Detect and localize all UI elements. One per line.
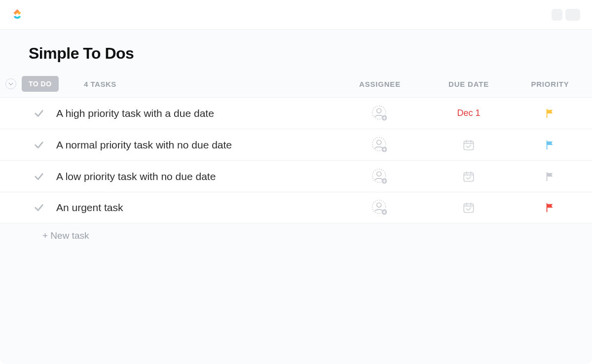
list-header: TO DO 4 TASKS ASSIGNEE DUE DATE PRIORITY [0, 73, 592, 95]
collapse-toggle[interactable] [5, 78, 16, 89]
complete-check-icon[interactable] [22, 171, 56, 182]
priority-flag-icon[interactable] [513, 108, 587, 119]
svg-point-12 [377, 203, 381, 207]
due-date-empty-icon[interactable] [424, 170, 513, 183]
due-date-empty-icon[interactable] [424, 201, 513, 214]
complete-check-icon[interactable] [22, 108, 56, 119]
column-header-priority: PRIORITY [513, 80, 587, 88]
priority-flag-icon[interactable] [513, 140, 587, 150]
topbar-chip[interactable] [552, 9, 562, 21]
priority-flag-icon[interactable] [513, 171, 587, 182]
svg-point-8 [377, 172, 381, 176]
page-title: Simple To Dos [29, 44, 592, 63]
app-logo [10, 7, 25, 22]
task-row[interactable]: A high priority task with a due date Dec… [0, 97, 592, 129]
status-pill[interactable]: TO DO [22, 76, 59, 92]
svg-rect-14 [464, 204, 474, 212]
svg-rect-6 [464, 141, 474, 149]
svg-point-4 [377, 140, 381, 145]
task-title[interactable]: A low priority task with no due date [56, 171, 335, 182]
new-task-button[interactable]: + New task [0, 223, 592, 241]
svg-point-1 [377, 109, 381, 113]
task-row[interactable]: An urgent task [0, 192, 592, 223]
assignee-add-icon[interactable] [335, 199, 424, 217]
assignee-add-icon[interactable] [335, 136, 424, 154]
complete-check-icon[interactable] [22, 140, 56, 150]
content: Simple To Dos TO DO 4 TASKS ASSIGNEE DUE… [0, 30, 592, 364]
due-date-empty-icon[interactable] [424, 139, 513, 151]
assignee-add-icon[interactable] [335, 168, 424, 185]
column-header-assignee: ASSIGNEE [335, 80, 424, 88]
priority-flag-icon[interactable] [513, 202, 587, 213]
svg-rect-10 [464, 173, 474, 181]
task-title[interactable]: A normal priority task with no due date [56, 139, 335, 151]
due-date-text[interactable]: Dec 1 [457, 108, 480, 118]
task-row[interactable]: A normal priority task with no due date [0, 129, 592, 160]
topbar [0, 0, 592, 30]
task-title[interactable]: A high priority task with a due date [56, 108, 335, 119]
topbar-chip[interactable] [565, 9, 580, 21]
topbar-actions [552, 9, 580, 21]
task-title[interactable]: An urgent task [56, 202, 335, 214]
column-header-due-date: DUE DATE [424, 80, 513, 88]
assignee-add-icon[interactable] [335, 105, 424, 122]
task-count: 4 TASKS [77, 80, 335, 88]
complete-check-icon[interactable] [22, 202, 56, 213]
task-row[interactable]: A low priority task with no due date [0, 160, 592, 192]
task-list: A high priority task with a due date Dec… [0, 97, 592, 223]
due-date[interactable]: Dec 1 [424, 108, 513, 118]
